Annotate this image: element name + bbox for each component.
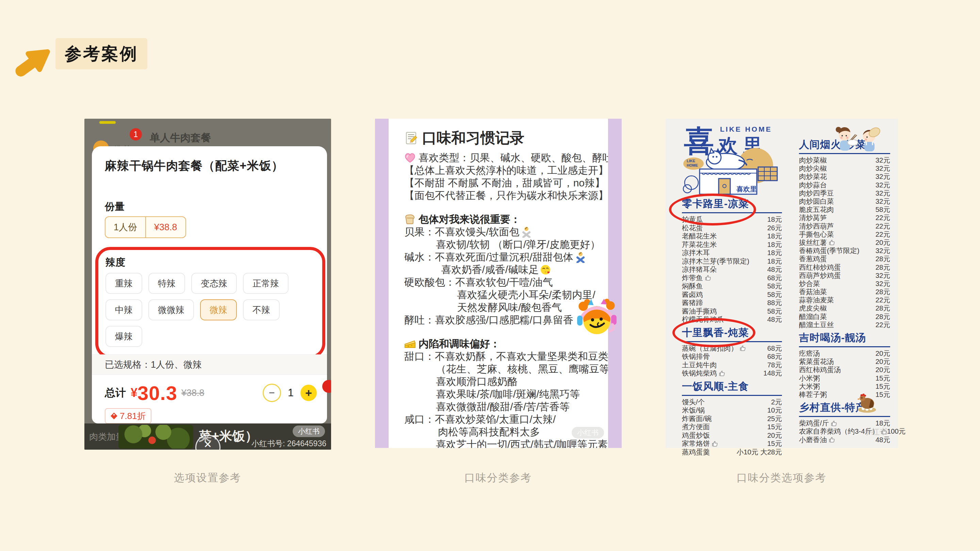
arrow-icon	[8, 37, 59, 88]
menu-item: 肉炒菜花32元	[799, 172, 890, 181]
caption-options: 选项设置参考	[140, 471, 275, 485]
menu-item-price: 148元	[763, 368, 782, 378]
total-currency: ¥	[130, 386, 137, 400]
menu-section-title: 吉时喝汤-靓汤	[799, 331, 890, 347]
taste-line: 喜欢果味/茶/咖啡/斑斓/纯黑巧等	[404, 388, 608, 400]
minus-button[interactable]: −	[263, 384, 281, 402]
quantity-value: 1	[288, 387, 294, 399]
menu-item: 肉炒蒜台32元	[799, 181, 890, 189]
menu-item-name: 小磨香油	[799, 435, 835, 445]
taste-line-text: 喜欢果味/茶/咖啡/斑斓/纯黑巧等	[436, 388, 580, 400]
cute-sticker	[575, 297, 619, 339]
taste-line-text: 喜欢微微甜/酸甜/香/苦/苦香等	[436, 400, 570, 413]
taste-line-text: 碱水：不喜欢死面/过量沉积/甜甜包体	[404, 251, 573, 263]
spice-option-中辣[interactable]: 中辣	[105, 299, 142, 321]
menu-item: 大米粥15元	[799, 382, 890, 391]
menu-item-name: 铁锅炖柴鸡	[682, 368, 725, 378]
taste-line-text: 酵吐：喜欢胶感强/口感肥糯/口鼻留香	[404, 314, 573, 326]
spice-option-微辣[interactable]: 微辣	[200, 299, 237, 321]
taste-line-text: 内陷和调味偏好：	[418, 337, 500, 350]
taste-line-text: 肉松等高科技配料太多	[438, 426, 540, 438]
taste-line: 咸口：不喜欢炒菜馅/太重口/太辣/	[404, 413, 608, 426]
taste-line: 甜口：不喜欢奶酥，不喜欢大量坚果类和豆类	[404, 350, 608, 362]
menu-item-name: 醋溜土豆丝	[799, 320, 834, 330]
portion-option-button[interactable]: 1人份 ¥38.8	[105, 216, 186, 238]
taste-line: 【不耐甜 不耐腻 不耐油，甜咸皆可，no辣】	[404, 176, 608, 189]
taste-line: 碱水：不喜欢死面/过量沉积/甜甜包体	[404, 251, 608, 263]
menu-item: 紫菜蛋花汤20元	[799, 357, 890, 366]
dish-photo	[118, 425, 193, 449]
taste-line-text: 包体对我来说很重要：	[418, 213, 520, 225]
taste-line: 贝果：不喜欢馒头/软面包	[404, 225, 608, 238]
taste-line-text: 天然发酵风味/酸包香气	[457, 301, 562, 314]
menu-item: 松花蛋26元	[682, 224, 782, 232]
menu-item: 蒸鸡蛋羹小10元 大28元	[682, 448, 782, 456]
taste-line: 包体对我来说很重要：	[404, 213, 608, 225]
original-price: ¥38.8	[181, 388, 205, 398]
taste-line-text: 喜欢芝士的一切/西式/韩式/咖喱等元素	[436, 438, 608, 448]
taste-line-text: 【总体上喜欢天然淳朴的味道，工业感走开】	[404, 164, 608, 176]
menu-item: 小米粥15元	[799, 374, 890, 382]
taste-line-text: 喜欢韧/软韧 （断口/弹牙/皮脆更好）	[436, 238, 600, 251]
annotation-ellipse-stews	[672, 318, 756, 347]
spice-option-微微辣[interactable]: 微微辣	[148, 299, 194, 321]
menu-section-title: 一饭风顺-主食	[682, 380, 782, 396]
quantity-stepper: − 1 +	[263, 384, 317, 402]
watermark-badge: 小红书	[572, 427, 604, 438]
selected-spec-row: 已选规格：1人份、微辣	[92, 354, 327, 375]
taste-line-text: 喜欢猛火硬壳小耳朵/柔韧内里/	[457, 288, 595, 301]
taste-line-text: 咸口：不喜欢炒菜馅/太重口/太辣/	[404, 413, 556, 426]
taste-line: 内陷和调味偏好：	[404, 337, 608, 350]
spice-option-不辣[interactable]: 不辣	[243, 299, 280, 321]
spice-option-正常辣[interactable]: 正常辣	[243, 273, 288, 294]
menu-item: 肉炒尖椒32元	[799, 164, 890, 172]
menu-item: 酱猪蹄88元	[682, 299, 782, 307]
no-gesture-icon	[520, 226, 532, 238]
taste-line: （花生、芝麻、核桃、黑豆、鹰嘴豆等）	[404, 362, 608, 375]
thumb-icon	[705, 275, 711, 281]
menu-item: 醋溜土豆丝22元	[799, 321, 890, 329]
plus-button[interactable]: +	[301, 385, 317, 401]
taste-line: 喜欢微微甜/酸甜/香/苦/苦香等	[404, 400, 608, 413]
taste-line-text: 喜欢顺滑口感奶酪	[436, 375, 517, 388]
menu-item: 肉炒圆白菜32元	[799, 197, 890, 205]
restaurant-logo: 喜 LIKE HOME 欢 里	[682, 122, 782, 197]
menu-item: 老醋花生米18元	[682, 232, 782, 240]
tab-indicator	[99, 121, 116, 124]
caption-taste: 口味分类参考	[430, 471, 566, 485]
spice-option-变态辣[interactable]: 变态辣	[191, 273, 237, 294]
panel-taste-notes: 口味和习惯记录 喜欢类型：贝果、碱水、硬欧、酸包、酵吐【总体上喜欢天然淳朴的味道…	[375, 119, 622, 448]
heart-icon	[404, 152, 416, 163]
discount-badge: 7.81折	[105, 408, 151, 424]
menu-item: 芹菜花生米18元	[682, 240, 782, 249]
menu-item: 香菇油菜28元	[799, 288, 890, 296]
thumb-icon	[719, 370, 725, 376]
spice-option-爆辣[interactable]: 爆辣	[105, 326, 142, 347]
menu-item: 酱卤鸡58元	[682, 291, 782, 299]
menu-item: 家常烙饼15元	[682, 440, 782, 448]
kids-eating-illustration	[831, 125, 885, 153]
menu-item: 清炒西葫芦22元	[799, 222, 890, 230]
menu-item-price: 48元	[767, 314, 782, 324]
menu-item-price: 22元	[875, 320, 890, 330]
svg-text:欢: 欢	[718, 135, 738, 156]
total-row: 总计 ¥ 30.3 ¥38.8 − 1 +	[105, 381, 317, 405]
thumb-icon	[829, 437, 835, 443]
menu-item-name: 蒸鸡蛋羹	[682, 447, 710, 457]
tag-icon	[110, 412, 118, 420]
hen-illustration	[856, 393, 878, 414]
logo-char: 喜	[684, 124, 714, 158]
spice-option-特辣[interactable]: 特辣	[148, 273, 185, 294]
bread-icon	[404, 214, 416, 225]
caption-menu: 口味分类选项参考	[714, 471, 850, 485]
slide: 参考案例 1 单人牛肉套餐 推荐 麻辣干锅牛肉套餐（配菜+米饭） 份量 1人份 …	[0, 0, 980, 551]
menu-item: 手撕包心菜22元	[799, 230, 890, 238]
menu-section: 吉时喝汤-靓汤疙瘩汤20元紫菜蛋花汤20元西红柿鸡蛋汤20元小米粥15元大米粥1…	[799, 331, 890, 399]
menu-watermark: 小红书	[863, 426, 888, 437]
spice-option-重辣[interactable]: 重辣	[105, 273, 142, 294]
platform-badge: 小红书	[293, 426, 325, 437]
meal-title: 麻辣干锅牛肉套餐（配菜+米饭）	[105, 158, 283, 174]
menu-item: 凉拌木耳18元	[682, 249, 782, 257]
taste-notes-content: 口味和习惯记录 喜欢类型：贝果、碱水、硬欧、酸包、酵吐【总体上喜欢天然淳朴的味道…	[388, 119, 608, 448]
account-number: 小红书号: 264645936	[251, 438, 326, 449]
